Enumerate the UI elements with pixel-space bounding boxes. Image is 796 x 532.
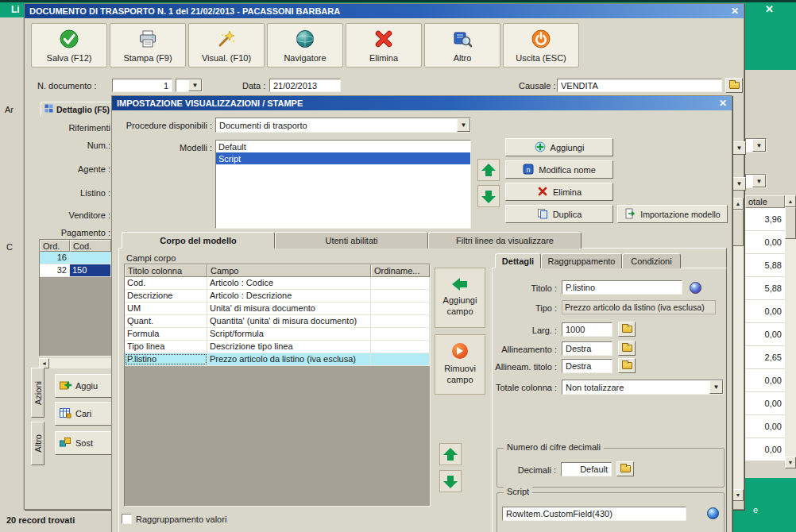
column-header-ord[interactable]: Ord.: [40, 240, 70, 252]
cell-titolo[interactable]: UM: [125, 303, 207, 314]
allineamento-lookup-button[interactable]: [618, 341, 636, 356]
campi-corpo-table[interactable]: Titolo colonna Campo Ordiname... Cod.Art…: [124, 264, 431, 507]
data-input[interactable]: 21/02/2013: [269, 79, 341, 92]
other-button[interactable]: Altro: [424, 23, 500, 67]
cell-ordinamento[interactable]: [371, 277, 430, 289]
table-row[interactable]: FormulaScript/formula: [125, 328, 430, 341]
background-close-icon[interactable]: ✕: [765, 3, 774, 15]
cell-ordinamento[interactable]: [371, 315, 430, 327]
exit-button[interactable]: Uscita (ESC): [503, 23, 579, 67]
modelli-listbox[interactable]: Default Script: [215, 140, 471, 229]
chevron-down-icon[interactable]: ▼: [457, 118, 470, 132]
raggruppamento-checkbox[interactable]: [122, 514, 132, 524]
script-input[interactable]: RowItem.CustomField(430): [502, 507, 686, 521]
allineam-titolo-input[interactable]: Destra: [562, 359, 612, 373]
cell-campo[interactable]: Descrizione tipo linea: [207, 341, 371, 353]
items-grid-hscrollbar[interactable]: ◄: [39, 358, 112, 368]
cell-cod[interactable]: [70, 252, 111, 264]
procedure-combo[interactable]: Documenti di trasporto ▼: [215, 118, 471, 133]
tab-filtri-linee[interactable]: Filtri linee da visualizzare: [428, 232, 582, 249]
save-button[interactable]: Salva (F12): [31, 23, 107, 67]
allineamento-input[interactable]: Destra: [562, 341, 612, 356]
chevron-down-icon[interactable]: ▼: [732, 141, 746, 155]
cell-campo[interactable]: Script/formula: [207, 328, 371, 340]
cell-ord[interactable]: 16: [40, 252, 70, 264]
chevron-down-icon[interactable]: ▼: [709, 380, 723, 394]
dialog-titlebar[interactable]: IMPOSTAZIONE VISUALIZZAZIONI / STAMPE ✕: [112, 96, 732, 110]
move-model-down-button[interactable]: [477, 185, 500, 207]
scroll-up-icon[interactable]: ▲: [785, 195, 796, 207]
items-grid[interactable]: Ord. Cod. 16 32 150: [39, 239, 112, 357]
n-documento-input[interactable]: 1: [112, 79, 172, 92]
table-row[interactable]: Quant.Quantita' (unita' di misura docume…: [125, 315, 430, 328]
larg-lookup-button[interactable]: [618, 322, 636, 337]
table-row-selected[interactable]: P.listinoPrezzo articolo da listino (iva…: [125, 353, 430, 366]
navigator-button[interactable]: Navigatore: [267, 23, 343, 67]
n-documento-combo[interactable]: ▼: [176, 79, 203, 92]
delete-button[interactable]: Elimina: [346, 23, 422, 67]
cell-campo[interactable]: Quantita' (unita' di misura documento): [207, 315, 371, 327]
table-row[interactable]: DescrizioneArticolo : Descrizione: [125, 290, 430, 303]
allineam-titolo-lookup-button[interactable]: [618, 358, 636, 373]
background-combo-fragment-2[interactable]: ▼: [745, 174, 767, 188]
table-row[interactable]: 32 150: [40, 264, 111, 277]
table-row[interactable]: UMUnita' di misura documento: [125, 303, 430, 315]
totale-column-header-fragment[interactable]: otale: [745, 195, 785, 208]
cell-titolo[interactable]: P.listino: [125, 353, 207, 365]
cell-ordinamento[interactable]: [371, 290, 430, 302]
cell-campo[interactable]: Articolo : Descrizione: [207, 290, 371, 302]
list-item-default[interactable]: Default: [216, 141, 470, 152]
move-field-down-button[interactable]: [439, 470, 462, 492]
scroll-down-icon[interactable]: ▼: [785, 457, 796, 468]
aggiungi-campo-button[interactable]: Aggiungi campo: [435, 268, 485, 328]
move-field-up-button[interactable]: [439, 443, 462, 465]
print-button[interactable]: Stampa (F9): [110, 23, 186, 67]
cell-titolo[interactable]: Quant.: [125, 315, 207, 327]
aggiungi-riga-button[interactable]: Aggiu: [55, 374, 112, 398]
cell-campo[interactable]: Unita' di misura documento: [207, 303, 371, 314]
importazione-modello-button[interactable]: Importazione modello: [617, 205, 728, 223]
tab-condizioni[interactable]: Condizioni: [622, 253, 681, 268]
larg-input[interactable]: 1000: [562, 322, 612, 337]
scroll-up-icon[interactable]: ▲: [732, 198, 744, 210]
close-icon[interactable]: ✕: [719, 98, 727, 108]
document-window-titlebar[interactable]: DOCUMENTO DI TRASPORTO N. 1 del 21/02/20…: [25, 4, 744, 18]
scrollbar-thumb[interactable]: [732, 210, 744, 246]
chevron-down-icon[interactable]: ▼: [732, 177, 746, 191]
cell-campo[interactable]: Prezzo articolo da listino (iva esclusa): [207, 353, 371, 365]
cell-ordinamento[interactable]: [371, 303, 430, 314]
cell-titolo[interactable]: Descrizione: [125, 290, 207, 302]
causale-input[interactable]: VENDITA: [557, 79, 722, 92]
tab-utenti-abilitati[interactable]: Utenti abilitati: [275, 232, 428, 249]
sostituisci-button[interactable]: Sost: [55, 431, 112, 455]
scrollbar-thumb[interactable]: [785, 207, 796, 239]
cell-campo[interactable]: Articolo : Codice: [207, 277, 371, 289]
table-row[interactable]: Cod.Articolo : Codice: [125, 277, 430, 290]
cell-ordinamento[interactable]: [371, 328, 430, 340]
tab-raggruppamento[interactable]: Raggruppamento: [541, 253, 622, 268]
decimali-input[interactable]: Default: [561, 462, 612, 476]
cell-ordinamento[interactable]: [371, 341, 430, 353]
modifica-nome-button[interactable]: n Modifica nome: [505, 160, 613, 179]
tab-dettagli[interactable]: Dettagli: [495, 253, 541, 268]
chevron-down-icon[interactable]: ▼: [188, 79, 202, 91]
chevron-down-icon[interactable]: ▼: [752, 175, 766, 187]
totale-colonna-combo[interactable]: Non totalizzare ▼: [562, 380, 724, 395]
cell-ord[interactable]: 32: [40, 264, 70, 276]
scroll-down-icon[interactable]: ▼: [732, 489, 744, 501]
duplica-modello-button[interactable]: Duplica: [505, 205, 613, 223]
close-icon[interactable]: ✕: [731, 6, 739, 16]
document-grid-vscrollbar[interactable]: ▲ ▼: [732, 198, 744, 501]
column-header-campo[interactable]: Campo: [207, 264, 371, 277]
cell-titolo[interactable]: Cod.: [125, 277, 207, 289]
elimina-modello-button[interactable]: Elimina: [505, 183, 613, 201]
chevron-down-icon[interactable]: ▼: [752, 139, 766, 152]
cell-ordinamento[interactable]: [371, 353, 430, 365]
cell-cod-selected[interactable]: 150: [70, 264, 111, 276]
table-row[interactable]: 16: [40, 252, 111, 264]
cell-titolo[interactable]: Tipo linea: [125, 341, 207, 353]
decimali-lookup-button[interactable]: [616, 461, 634, 476]
column-header-titolo[interactable]: Titolo colonna: [125, 264, 207, 277]
tab-dettaglio[interactable]: Dettaglio (F5): [41, 102, 114, 117]
visualize-button[interactable]: Visual. (F10): [188, 23, 265, 67]
